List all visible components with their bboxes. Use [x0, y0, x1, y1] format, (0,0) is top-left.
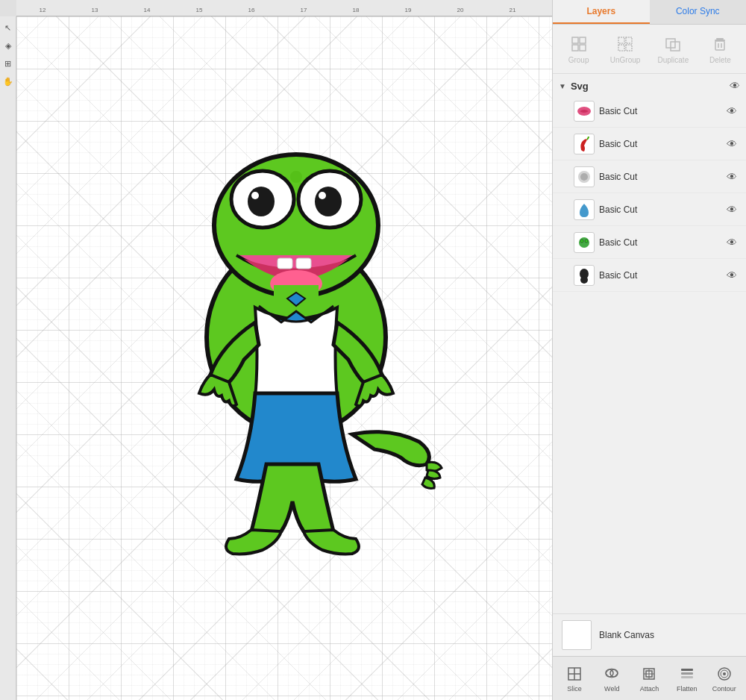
layer-eye-4[interactable]: 👁	[727, 204, 737, 216]
svg-point-40	[610, 669, 618, 677]
layer-item[interactable]: Basic Cut 👁	[553, 95, 746, 128]
delete-label: Delete	[709, 56, 731, 64]
tab-color-sync[interactable]: Color Sync	[650, 0, 747, 24]
svg-point-4	[248, 187, 275, 216]
svg-point-31	[579, 237, 589, 248]
svg-rect-14	[580, 37, 586, 43]
ruler-mark-18: 18	[353, 7, 360, 13]
svg-group-row[interactable]: ▼ Svg 👁	[553, 77, 746, 95]
duplicate-icon	[662, 34, 683, 54]
flatten-button[interactable]: Flatten	[671, 661, 703, 696]
slice-label: Slice	[567, 685, 582, 693]
left-ruler: ↖ ◈ ⊞ ✋	[0, 16, 16, 700]
flatten-label: Flatten	[677, 685, 698, 693]
svg-point-50	[723, 672, 726, 675]
ruler-mark-21: 21	[510, 7, 516, 13]
tab-layers[interactable]: Layers	[553, 0, 650, 24]
group-icon	[568, 34, 589, 54]
ruler-mark-20: 20	[457, 7, 464, 13]
svg-rect-19	[618, 45, 624, 51]
weld-label: Weld	[604, 685, 619, 693]
crop-tool[interactable]: ⊞	[1, 57, 15, 70]
layer-item[interactable]: Basic Cut 👁	[553, 128, 746, 160]
app-container: 12 13 14 15 16 17 18 19 20 21 ↖ ◈ ⊞ ✋	[0, 0, 746, 700]
layer-eye-1[interactable]: 👁	[727, 105, 737, 117]
attach-icon	[639, 664, 659, 684]
layer-name-4: Basic Cut	[599, 204, 722, 215]
ruler-mark-13: 13	[92, 7, 98, 13]
ruler-mark-16: 16	[248, 7, 255, 13]
layer-eye-6[interactable]: 👁	[727, 269, 737, 281]
layer-name-1: Basic Cut	[599, 106, 722, 116]
ruler-mark-17: 17	[301, 7, 307, 13]
attach-label: Attach	[640, 685, 659, 693]
svg-point-33	[585, 240, 588, 243]
svg-rect-45	[681, 669, 693, 671]
weld-button[interactable]: Weld	[595, 661, 628, 696]
svg-rect-46	[681, 672, 693, 675]
layer-thumb-3	[574, 166, 595, 187]
slice-button[interactable]: Slice	[558, 661, 591, 696]
kermit-illustration	[106, 46, 479, 569]
blank-canvas-row[interactable]: Blank Canvas	[553, 613, 746, 656]
layer-thumb-5	[574, 232, 595, 253]
ruler-mark-12: 12	[40, 7, 46, 13]
pan-tool[interactable]: ✋	[1, 75, 15, 88]
layer-eye-2[interactable]: 👁	[727, 138, 737, 150]
layer-thumb-1	[574, 101, 595, 122]
ungroup-button[interactable]: UnGroup	[606, 31, 645, 67]
layer-name-5: Basic Cut	[599, 237, 722, 248]
layer-name-6: Basic Cut	[599, 270, 722, 281]
ruler-top-marks: 12 13 14 15 16 17 18 19 20 21	[16, 0, 552, 16]
svg-rect-25	[715, 41, 724, 50]
svg-point-30	[580, 173, 588, 181]
svg-group-eye-icon[interactable]: 👁	[730, 80, 740, 92]
blank-canvas-thumb	[562, 620, 592, 650]
layer-item[interactable]: Basic Cut 👁	[553, 193, 746, 226]
layer-item[interactable]: Basic Cut 👁	[553, 259, 746, 292]
layer-thumb-2	[574, 134, 595, 154]
ungroup-label: UnGroup	[610, 56, 641, 64]
ruler-corner	[0, 0, 16, 16]
svg-rect-16	[580, 45, 586, 51]
delete-icon	[709, 34, 730, 54]
layer-eye-3[interactable]: 👁	[727, 171, 737, 183]
svg-point-32	[580, 240, 583, 243]
contour-button[interactable]: Contour	[708, 661, 741, 696]
canvas-grid	[16, 16, 552, 700]
right-panel: Layers Color Sync Group	[552, 0, 746, 700]
layer-item[interactable]: Basic Cut 👁	[553, 226, 746, 259]
svg-point-12	[290, 171, 302, 183]
svg-rect-15	[572, 45, 578, 51]
attach-button[interactable]: Attach	[633, 661, 665, 696]
svg-point-35	[580, 276, 588, 284]
svg-rect-10	[296, 258, 311, 269]
group-label: Group	[568, 56, 589, 64]
panel-toolbar: Group UnGroup	[553, 25, 746, 74]
ruler-mark-19: 19	[405, 7, 412, 13]
delete-button[interactable]: Delete	[701, 31, 739, 67]
duplicate-label: Duplicate	[658, 56, 689, 64]
svg-rect-20	[626, 45, 632, 51]
svg-rect-47	[681, 676, 693, 678]
layer-thumb-4	[574, 199, 595, 220]
ruler-top: 12 13 14 15 16 17 18 19 20 21	[0, 0, 552, 16]
ruler-mark-14: 14	[144, 7, 151, 13]
layer-item[interactable]: Basic Cut 👁	[553, 160, 746, 193]
slice-icon	[565, 664, 584, 684]
layer-eye-5[interactable]: 👁	[727, 237, 737, 249]
svg-rect-17	[618, 37, 624, 43]
ruler-mark-15: 15	[196, 7, 203, 13]
chevron-icon: ▼	[559, 82, 566, 90]
svg-rect-18	[626, 37, 632, 43]
weld-icon	[602, 664, 621, 684]
svg-rect-13	[572, 37, 578, 43]
svg-rect-23	[716, 38, 724, 40]
pointer-tool[interactable]: ↖	[1, 21, 15, 34]
duplicate-button[interactable]: Duplicate	[653, 31, 694, 67]
group-button[interactable]: Group	[560, 31, 598, 67]
contour-label: Contour	[712, 685, 736, 693]
node-tool[interactable]: ◈	[1, 39, 15, 52]
flatten-icon	[677, 664, 697, 684]
layer-thumb-6	[574, 265, 595, 286]
